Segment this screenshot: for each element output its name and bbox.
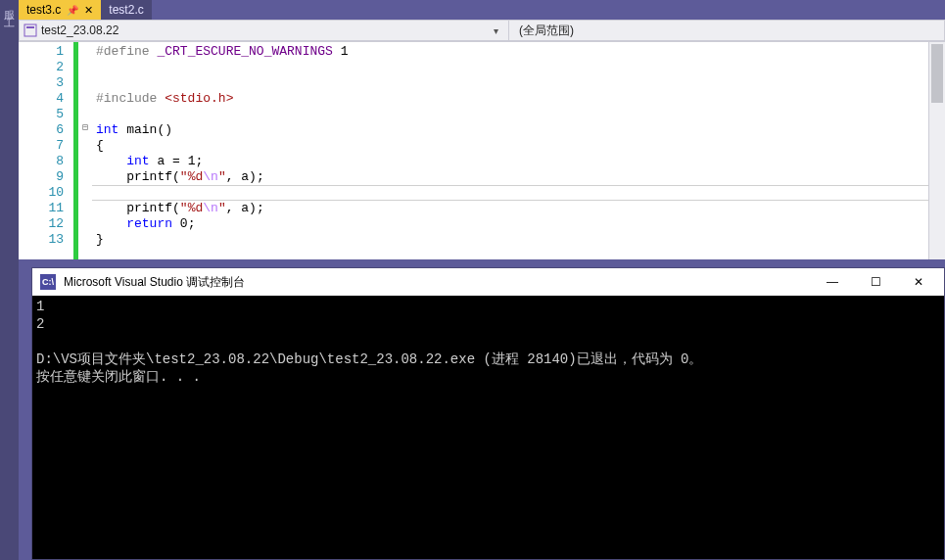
- line-number: 8: [19, 154, 64, 169]
- close-button[interactable]: ✕: [901, 275, 936, 289]
- line-number: 6: [19, 122, 64, 138]
- console-title-text: Microsoft Visual Studio 调试控制台: [64, 274, 807, 291]
- scope-dropdown-right[interactable]: (全局范围): [509, 21, 944, 40]
- code-line: a = 2;: [96, 185, 945, 201]
- line-number: 4: [19, 91, 64, 107]
- minimize-button[interactable]: —: [815, 275, 850, 289]
- line-number-gutter: 12345678910111213: [19, 42, 73, 259]
- navigation-bar: test2_23.08.22 ▾ (全局范围): [19, 20, 945, 41]
- line-number: 2: [19, 60, 64, 75]
- svg-rect-0: [24, 24, 36, 36]
- maximize-button[interactable]: ☐: [858, 275, 893, 289]
- tab-label: test3.c: [26, 3, 61, 17]
- fold-column[interactable]: ⊟: [78, 42, 92, 259]
- console-output[interactable]: 1 2 D:\VS项目文件夹\test2_23.08.22\Debug\test…: [32, 296, 944, 559]
- close-icon[interactable]: ✕: [84, 4, 93, 17]
- code-line: printf("%d\n", a);: [96, 169, 945, 185]
- console-area: C:\ Microsoft Visual Studio 调试控制台 — ☐ ✕ …: [19, 259, 945, 560]
- code-line: [96, 107, 945, 122]
- svg-rect-1: [26, 26, 34, 28]
- code-line: return 0;: [96, 216, 945, 232]
- file-tabs: test3.c 📌 ✕ test2.c: [19, 0, 945, 20]
- editor-scrollbar[interactable]: [928, 42, 945, 259]
- tab-label: test2.c: [109, 3, 143, 17]
- console-icon: C:\: [40, 274, 56, 290]
- console-titlebar[interactable]: C:\ Microsoft Visual Studio 调试控制台 — ☐ ✕: [32, 268, 944, 296]
- code-line: }: [96, 232, 945, 248]
- fold-toggle-icon[interactable]: ⊟: [78, 120, 92, 136]
- project-icon: [24, 23, 37, 37]
- line-number: 1: [19, 44, 64, 60]
- code-line: int main(): [96, 122, 945, 138]
- line-number: 12: [19, 216, 64, 232]
- code-line: printf("%d\n", a);: [96, 201, 945, 216]
- chevron-down-icon[interactable]: ▾: [488, 25, 504, 36]
- line-number: 5: [19, 107, 64, 122]
- code-line: #include <stdio.h>: [96, 91, 945, 107]
- line-number: 11: [19, 201, 64, 216]
- code-line: {: [96, 138, 945, 154]
- scope-text: (全局范围): [519, 23, 574, 39]
- line-number: 10: [19, 185, 64, 201]
- scope-text: test2_23.08.22: [41, 23, 118, 37]
- line-number: 3: [19, 75, 64, 91]
- code-line: [96, 75, 945, 91]
- line-number: 13: [19, 232, 64, 248]
- code-area[interactable]: #define _CRT_ESCURE_NO_WARNINGS 1 #inclu…: [92, 42, 945, 259]
- code-line: #define _CRT_ESCURE_NO_WARNINGS 1: [96, 44, 945, 60]
- side-rail[interactable]: 服 工: [0, 0, 19, 560]
- pin-icon[interactable]: 📌: [67, 5, 78, 16]
- tab-test2-c[interactable]: test2.c: [101, 0, 151, 20]
- tab-test3-c[interactable]: test3.c 📌 ✕: [19, 0, 101, 20]
- code-line: int a = 1;: [96, 154, 945, 169]
- line-number: 7: [19, 138, 64, 154]
- scrollbar-thumb[interactable]: [931, 44, 943, 103]
- scope-dropdown-left[interactable]: test2_23.08.22 ▾: [20, 21, 509, 40]
- code-line: [96, 60, 945, 75]
- debug-console-window: C:\ Microsoft Visual Studio 调试控制台 — ☐ ✕ …: [31, 267, 945, 560]
- line-number: 9: [19, 169, 64, 185]
- code-editor[interactable]: 12345678910111213 ⊟ #define _CRT_ESCURE_…: [19, 41, 945, 259]
